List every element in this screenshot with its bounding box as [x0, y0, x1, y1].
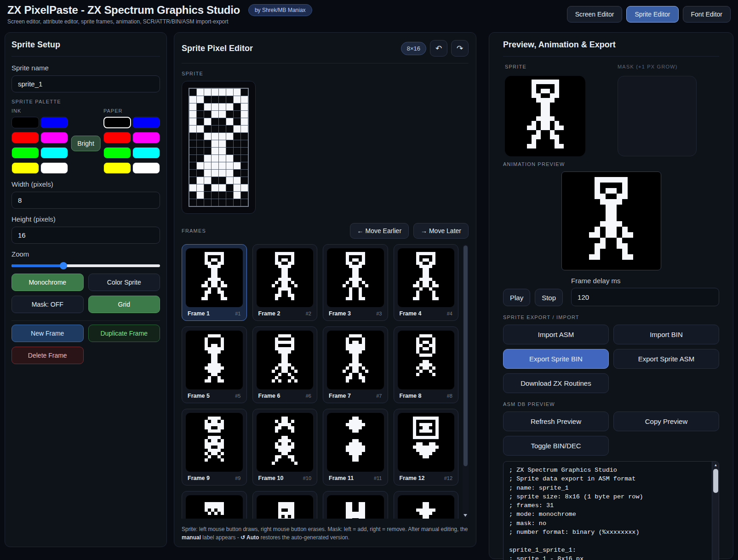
- pixel-cell[interactable]: [212, 162, 218, 169]
- pixel-cell[interactable]: [219, 162, 226, 169]
- bright-toggle-button[interactable]: Bright: [71, 136, 101, 151]
- ink-swatch-6[interactable]: [11, 162, 39, 174]
- pixel-cell[interactable]: [189, 96, 196, 103]
- pixel-cell[interactable]: [212, 111, 218, 118]
- pixel-cell[interactable]: [197, 155, 204, 162]
- download-zx-routines-button[interactable]: Download ZX Routines: [503, 373, 609, 393]
- pixel-cell[interactable]: [212, 118, 218, 125]
- grid-toggle-button[interactable]: Grid: [88, 296, 160, 313]
- pixel-cell[interactable]: [204, 118, 211, 125]
- pixel-cell[interactable]: [212, 126, 218, 132]
- redo-button[interactable]: ↷: [451, 40, 469, 57]
- pixel-cell[interactable]: [212, 170, 218, 177]
- pixel-cell[interactable]: [241, 133, 248, 140]
- pixel-cell[interactable]: [226, 111, 233, 118]
- pixel-cell[interactable]: [204, 192, 211, 199]
- pixel-cell[interactable]: [189, 103, 196, 110]
- pixel-cell[interactable]: [219, 177, 226, 184]
- pixel-cell[interactable]: [234, 96, 240, 103]
- pixel-cell[interactable]: [241, 170, 248, 177]
- pixel-cell[interactable]: [219, 111, 226, 118]
- zoom-slider[interactable]: [11, 264, 160, 267]
- frame-card-9[interactable]: Frame 9#9: [182, 409, 247, 486]
- pixel-cell[interactable]: [212, 177, 218, 184]
- pixel-cell[interactable]: [241, 148, 248, 154]
- frame-card-4[interactable]: Frame 4#4: [394, 244, 459, 321]
- export-sprite-bin-button[interactable]: Export Sprite BIN: [503, 349, 609, 369]
- pixel-cell[interactable]: [212, 148, 218, 154]
- pixel-cell[interactable]: [204, 96, 211, 103]
- pixel-cell[interactable]: [219, 199, 226, 206]
- nav-sprite-editor-button[interactable]: Sprite Editor: [626, 6, 678, 23]
- pixel-cell[interactable]: [189, 184, 196, 191]
- pixel-cell[interactable]: [226, 89, 233, 96]
- stop-button[interactable]: Stop: [535, 289, 563, 306]
- pixel-cell[interactable]: [197, 148, 204, 154]
- frame-card-5[interactable]: Frame 5#5: [182, 326, 247, 403]
- asm-code-preview[interactable]: ; ZX Spectrum Graphics Studio ; Sprite d…: [503, 461, 719, 560]
- frame-card-3[interactable]: Frame 3#3: [323, 244, 388, 321]
- pixel-cell[interactable]: [226, 126, 233, 132]
- frame-card-2[interactable]: Frame 2#2: [252, 244, 318, 321]
- pixel-cell[interactable]: [226, 96, 233, 103]
- pixel-cell[interactable]: [204, 170, 211, 177]
- pixel-cell[interactable]: [226, 199, 233, 206]
- pixel-cell[interactable]: [219, 148, 226, 154]
- frame-card-14[interactable]: Frame 14#14: [252, 491, 318, 519]
- pixel-cell[interactable]: [234, 111, 240, 118]
- pixel-cell[interactable]: [241, 103, 248, 110]
- pixel-cell[interactable]: [189, 89, 196, 96]
- pixel-cell[interactable]: [204, 155, 211, 162]
- pixel-cell[interactable]: [234, 162, 240, 169]
- delete-frame-button[interactable]: Delete Frame: [11, 347, 84, 364]
- paper-swatch-5[interactable]: [132, 147, 160, 159]
- pixel-cell[interactable]: [204, 177, 211, 184]
- move-earlier-button[interactable]: ← Move Earlier: [350, 223, 409, 239]
- pixel-cell[interactable]: [212, 199, 218, 206]
- import-bin-button[interactable]: Import BIN: [613, 325, 719, 344]
- ink-swatch-5[interactable]: [40, 147, 68, 159]
- pixel-cell[interactable]: [234, 118, 240, 125]
- pixel-cell[interactable]: [234, 192, 240, 199]
- pixel-cell[interactable]: [212, 103, 218, 110]
- frame-card-12[interactable]: Frame 12#12: [394, 409, 459, 486]
- paper-swatch-4[interactable]: [103, 147, 131, 159]
- pixel-cell[interactable]: [241, 140, 248, 147]
- asm-scrollbar-up-arrow[interactable]: ▲: [712, 463, 719, 467]
- sprite-name-input[interactable]: [11, 75, 160, 92]
- width-input[interactable]: [11, 192, 160, 209]
- paper-swatch-0[interactable]: [103, 117, 131, 128]
- nav-screen-editor-button[interactable]: Screen Editor: [567, 6, 623, 23]
- pixel-cell[interactable]: [204, 89, 211, 96]
- pixel-cell[interactable]: [197, 162, 204, 169]
- pixel-cell[interactable]: [204, 126, 211, 132]
- pixel-cell[interactable]: [241, 111, 248, 118]
- paper-swatch-3[interactable]: [132, 132, 160, 143]
- pixel-cell[interactable]: [234, 155, 240, 162]
- pixel-cell[interactable]: [204, 103, 211, 110]
- pixel-cell[interactable]: [241, 89, 248, 96]
- pixel-cell[interactable]: [197, 89, 204, 96]
- pixel-cell[interactable]: [212, 133, 218, 140]
- pixel-cell[interactable]: [197, 118, 204, 125]
- pixel-cell[interactable]: [226, 140, 233, 147]
- pixel-cell[interactable]: [219, 126, 226, 132]
- pixel-cell[interactable]: [226, 155, 233, 162]
- pixel-cell[interactable]: [241, 155, 248, 162]
- duplicate-frame-button[interactable]: Duplicate Frame: [88, 325, 160, 342]
- pixel-cell[interactable]: [212, 184, 218, 191]
- pixel-cell[interactable]: [189, 118, 196, 125]
- pixel-cell[interactable]: [219, 118, 226, 125]
- pixel-cell[interactable]: [219, 140, 226, 147]
- paper-swatch-7[interactable]: [132, 162, 160, 174]
- pixel-cell[interactable]: [234, 133, 240, 140]
- pixel-cell[interactable]: [204, 140, 211, 147]
- toggle-bin-dec-button[interactable]: Toggle BIN/DEC: [503, 436, 609, 456]
- pixel-cell[interactable]: [226, 184, 233, 191]
- pixel-cell[interactable]: [189, 148, 196, 154]
- pixel-cell[interactable]: [226, 170, 233, 177]
- pixel-cell[interactable]: [234, 148, 240, 154]
- frame-card-15[interactable]: Frame 15#15: [323, 491, 388, 519]
- pixel-cell[interactable]: [197, 170, 204, 177]
- ink-swatch-3[interactable]: [40, 132, 68, 143]
